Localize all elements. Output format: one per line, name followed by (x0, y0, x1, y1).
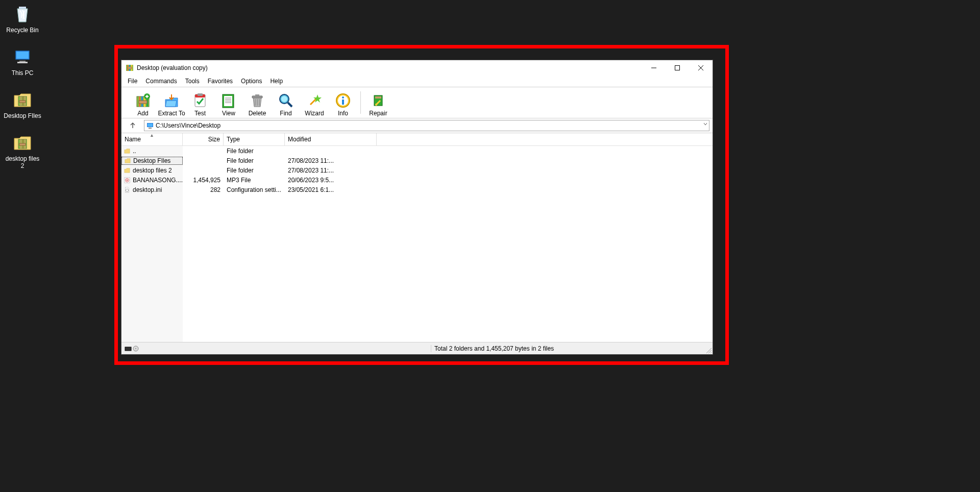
file-rows[interactable]: .. File folder Desktop FIles File folder… (121, 146, 713, 342)
add-icon (135, 92, 151, 109)
toolbar-add[interactable]: Add (129, 88, 157, 117)
status-left (121, 346, 431, 352)
menubar: File Commands Tools Favorites Options He… (121, 76, 713, 87)
column-modified[interactable]: Modified (285, 133, 377, 145)
toolbar-wizard[interactable]: Wizard (300, 88, 329, 117)
status-bar: Total 2 folders and 1,455,207 bytes in 2… (121, 342, 713, 354)
svg-rect-4 (17, 62, 28, 63)
toolbar-test[interactable]: Test (186, 88, 214, 117)
svg-rect-3 (19, 61, 26, 62)
drive-icon (146, 122, 154, 129)
delete-icon (249, 92, 265, 109)
svg-rect-14 (19, 143, 26, 145)
toolbar-label: Delete (249, 110, 266, 117)
address-dropdown-icon[interactable] (703, 121, 708, 127)
address-field[interactable]: C:\Users\Vince\Desktop (144, 120, 709, 131)
toolbar: Add Extract To Test View Delete Find Wiz… (121, 87, 713, 118)
repair-icon (370, 92, 386, 109)
svg-rect-9 (19, 101, 26, 103)
desktop-icon-desktop-files-2[interactable]: desktop files 2 (3, 132, 42, 169)
ini-icon (124, 186, 131, 193)
recycle-bin-icon (12, 3, 33, 24)
svg-line-68 (710, 352, 712, 353)
svg-line-47 (288, 103, 292, 107)
info-icon (335, 92, 351, 109)
svg-rect-58 (149, 128, 152, 129)
svg-rect-33 (198, 93, 203, 96)
up-button[interactable] (127, 120, 139, 131)
menu-file[interactable]: File (124, 77, 141, 86)
toolbar-label: Extract To (158, 110, 185, 117)
desktop-icon-desktop-files[interactable]: Desktop FIles (3, 89, 42, 119)
toolbar-label: Repair (369, 110, 387, 117)
desktop-icon-label: Desktop FIles (4, 112, 41, 119)
svg-rect-2 (16, 52, 29, 59)
status-right: Total 2 folders and 1,455,207 bytes in 2… (431, 345, 713, 352)
desktop-icon-this-pc[interactable]: This PC (3, 46, 42, 77)
toolbar-label: Add (137, 110, 148, 117)
toolbar-delete[interactable]: Delete (243, 88, 272, 117)
svg-rect-21 (675, 66, 680, 70)
folder-icon (124, 147, 131, 155)
menu-help[interactable]: Help (266, 77, 287, 86)
svg-point-65 (135, 348, 136, 349)
menu-tools[interactable]: Tools (181, 77, 204, 86)
close-button[interactable] (689, 60, 713, 76)
toolbar-extract-to[interactable]: Extract To (157, 88, 186, 117)
file-row-desktop-files-2[interactable]: desktop files 2 File folder 27/08/2023 1… (121, 165, 713, 175)
desktop-icon-label: This PC (12, 69, 34, 77)
find-icon (278, 92, 294, 109)
toolbar-info[interactable]: Info (329, 88, 357, 117)
svg-point-55 (375, 104, 377, 106)
menu-favorites[interactable]: Favorites (204, 77, 237, 86)
file-row-bananasong[interactable]: BANANASONG.... 1,454,925 MP3 File 20/06/… (121, 175, 713, 185)
window-title: Desktop (evaluation copy) (137, 64, 642, 71)
svg-rect-41 (255, 94, 259, 96)
view-icon (220, 92, 237, 109)
toolbar-repair[interactable]: Repair (364, 88, 393, 117)
resize-grip[interactable] (705, 347, 712, 353)
svg-rect-57 (148, 124, 153, 127)
column-name[interactable]: Name▲ (121, 133, 183, 145)
toolbar-separator (360, 91, 361, 114)
wizard-icon (306, 92, 323, 109)
minimize-button[interactable] (642, 60, 666, 76)
titlebar[interactable]: Desktop (evaluation copy) (121, 60, 713, 76)
archive-folder-icon (12, 132, 33, 153)
toolbar-view[interactable]: View (214, 88, 243, 117)
menu-commands[interactable]: Commands (141, 77, 181, 86)
svg-rect-19 (128, 67, 132, 69)
test-icon (192, 92, 208, 109)
svg-rect-52 (342, 100, 344, 105)
address-text: C:\Users\Vince\Desktop (156, 122, 220, 129)
toolbar-find[interactable]: Find (272, 88, 300, 117)
svg-rect-54 (375, 96, 381, 99)
toolbar-label: Info (338, 110, 348, 117)
file-list: Name▲ Size Type Modified .. File folder … (121, 133, 713, 342)
this-pc-icon (12, 46, 33, 67)
column-headers: Name▲ Size Type Modified (121, 133, 713, 146)
address-bar: C:\Users\Vince\Desktop (121, 118, 713, 133)
column-size[interactable]: Size (183, 133, 224, 145)
file-row-desktop-ini[interactable]: desktop.ini 282 Configuration setti... 2… (121, 185, 713, 194)
svg-rect-0 (19, 7, 26, 9)
column-type[interactable]: Type (224, 133, 285, 145)
winrar-window: Desktop (evaluation copy) File Commands … (121, 60, 713, 355)
window-controls (642, 60, 713, 76)
toolbar-label: Wizard (305, 110, 324, 117)
desktop-icons: Recycle Bin This PC Desktop FIles deskto… (3, 3, 42, 182)
svg-rect-29 (139, 101, 147, 104)
file-row-desktop-files[interactable]: Desktop FIles File folder 27/08/2023 11:… (121, 156, 713, 165)
mp3-icon (124, 177, 131, 184)
desktop-icon-label: desktop files 2 (3, 155, 42, 169)
desktop-icon-label: Recycle Bin (6, 27, 38, 34)
svg-rect-63 (125, 347, 131, 351)
maximize-button[interactable] (666, 60, 689, 76)
menu-options[interactable]: Options (237, 77, 266, 86)
disk-icon (125, 346, 139, 352)
svg-point-46 (281, 96, 287, 102)
file-row-parent[interactable]: .. File folder (121, 146, 713, 156)
desktop-icon-recycle-bin[interactable]: Recycle Bin (3, 3, 42, 34)
folder-icon (124, 167, 131, 174)
toolbar-label: Test (194, 110, 206, 117)
